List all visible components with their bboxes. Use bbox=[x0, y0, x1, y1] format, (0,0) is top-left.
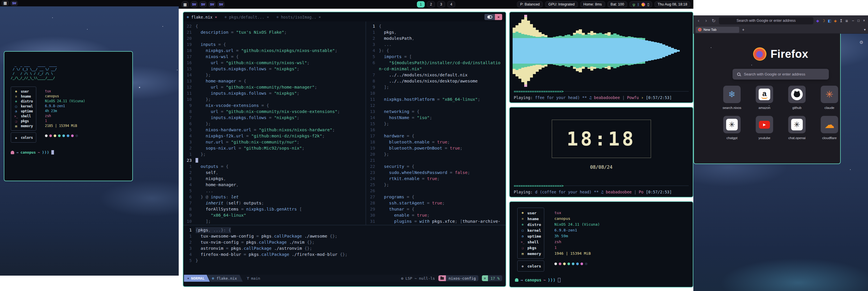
prompt-hostname: canopus bbox=[21, 150, 36, 154]
taskbar-window-button[interactable]: $W bbox=[199, 1, 207, 7]
editor-close-button[interactable]: × bbox=[495, 14, 502, 20]
code-line: 4 firefox-mod-blur = pkgs.callPackage ./… bbox=[183, 252, 505, 258]
firefox-tabstrip: New Tab + ▾ bbox=[693, 26, 841, 34]
fetch-label: colors bbox=[21, 136, 33, 140]
code-line: 1 outputs = { bbox=[183, 164, 365, 170]
shortcut-label: chat.openai bbox=[788, 136, 805, 140]
code-line: 16 bbox=[367, 127, 505, 133]
metamask-icon[interactable]: ◈ bbox=[834, 19, 837, 23]
shell-prompt[interactable]: →canopus~))) bbox=[11, 150, 126, 154]
tab-close-icon[interactable]: × bbox=[215, 15, 217, 19]
shell-icon: >_ bbox=[521, 240, 525, 244]
main-monitor: ▦ $W$W$W$W 1234 P: BalancedGPU: Integrat… bbox=[179, 0, 693, 291]
forward-icon[interactable]: › bbox=[704, 18, 708, 23]
fetch-row: ▤memory bbox=[14, 123, 33, 128]
shortcut-youtube[interactable]: ▶youtube bbox=[751, 116, 778, 140]
bluetooth-icon[interactable]: ᛒ bbox=[637, 2, 640, 7]
status-module[interactable]: P: Balanced bbox=[517, 1, 543, 7]
workspace-4[interactable]: 4 bbox=[447, 1, 455, 7]
pkgs-icon: ❑ bbox=[14, 119, 18, 123]
code-line: 26 bbox=[367, 188, 505, 194]
shortcut-github[interactable]: github bbox=[783, 86, 810, 110]
gear-icon: ⚙ bbox=[401, 276, 404, 281]
system-info: ☻user≡hname❄distro▢kernel◔uptime>_shell❑… bbox=[517, 208, 544, 271]
code-line: 1 }; bbox=[183, 151, 365, 157]
back-icon[interactable]: ‹ bbox=[696, 18, 701, 23]
shortcut-chat-openai[interactable]: ✳chat.openai bbox=[783, 116, 810, 140]
new-tab-button[interactable]: + bbox=[742, 27, 744, 32]
code-pane-iso[interactable]: 1{1 pkgs,2 modulesPath,3 ...4}: {5 impor… bbox=[367, 22, 505, 225]
firefox-window[interactable]: ‹ › ↻ Search with Google or enter addres… bbox=[693, 16, 841, 164]
workspace-3[interactable]: 3 bbox=[437, 1, 445, 7]
status-module[interactable]: Bat: 100 bbox=[608, 1, 627, 7]
cava-visualizer-window[interactable]: =====================> Playing: ffee for… bbox=[509, 11, 693, 103]
fetch-label: memory bbox=[21, 124, 33, 128]
close-icon: × bbox=[498, 15, 500, 19]
shortcut-amazon[interactable]: aamazon bbox=[751, 86, 778, 110]
phone-icon[interactable]: ▯ bbox=[647, 2, 649, 6]
color-profile-icon[interactable] bbox=[642, 3, 645, 6]
tab-new-tab[interactable]: New Tab bbox=[696, 27, 739, 33]
buffer-tab-hosts-isoImag-[interactable]: ❄hosts/isoImag..× bbox=[276, 15, 321, 20]
lsp-label: LSP ~ null-ls bbox=[405, 276, 435, 281]
taskbar-window-button[interactable]: $W bbox=[218, 1, 224, 7]
neovim-window[interactable]: ❄flake.nix×❄pkgs/default...×❄hosts/isoIm… bbox=[183, 11, 506, 287]
extension-icon[interactable]: ◧ bbox=[828, 19, 831, 23]
tab-label: pkgs/default... bbox=[229, 15, 264, 20]
code-line: 20 bbox=[183, 35, 365, 41]
code-line: 10 bbox=[367, 90, 505, 96]
left-fetch-terminal[interactable]: _ _ ___ ____ ____ / \/ (_) \__/ __ \/ __… bbox=[4, 51, 133, 181]
code-line: 4 nixpkgs-f2k.url = "github:moni-dz/nixp… bbox=[183, 133, 365, 139]
code-line: 10 ]; bbox=[183, 219, 365, 225]
shortcut-search-nixos[interactable]: ❄search.nixos bbox=[719, 86, 745, 110]
search-icon bbox=[737, 72, 740, 76]
share-icon[interactable]: ↥ bbox=[840, 18, 841, 23]
taskbar-window-button[interactable]: $W bbox=[11, 1, 18, 6]
extension-icon[interactable]: ☽ bbox=[822, 19, 825, 23]
firefox-favicon bbox=[698, 28, 702, 31]
clock-terminal-window[interactable]: 18:18 08/08/24 =====================> Pl… bbox=[509, 107, 693, 198]
shortcut-claude[interactable]: ✳claude bbox=[816, 86, 841, 110]
newtab-search-bar[interactable]: Search with Google or enter address bbox=[733, 69, 829, 80]
extension-icon[interactable]: ◆ bbox=[816, 19, 819, 23]
buffer-tab-flake-nix[interactable]: ❄flake.nix× bbox=[187, 15, 217, 20]
code-pane-pkgs[interactable]: 1{pkgs, ...}: {1 tux-awesome-wm-config =… bbox=[183, 227, 505, 265]
apps-launcher-button[interactable]: ▦ bbox=[182, 1, 189, 7]
network-icon[interactable]: ψ bbox=[632, 2, 635, 7]
workspace-2[interactable]: 2 bbox=[427, 1, 435, 7]
reload-icon[interactable]: ↻ bbox=[711, 18, 716, 24]
tab-close-icon[interactable]: × bbox=[267, 15, 269, 19]
workspace-1[interactable]: 1 bbox=[417, 1, 425, 7]
vertical-split[interactable] bbox=[366, 22, 366, 225]
toggle-dot-icon bbox=[487, 16, 492, 19]
status-module[interactable]: Thu Aug 08, 18:18 bbox=[654, 1, 690, 7]
taskbar-window-button[interactable]: $W bbox=[209, 1, 216, 7]
code-line: 21 bbox=[367, 157, 505, 164]
status-modules: P: BalancedGPU: IntegratedHome: 8msBat: … bbox=[517, 1, 690, 7]
status-module[interactable]: GPU: Integrated bbox=[545, 1, 578, 7]
fetch-label: user bbox=[21, 89, 29, 93]
code-line: 2 tux-nvim-config = pkgs.callPackage ./n… bbox=[183, 239, 505, 245]
terminal-cursor bbox=[558, 278, 560, 282]
horizontal-split[interactable] bbox=[183, 225, 506, 225]
shell-prompt[interactable]: →canopus~))) bbox=[515, 278, 560, 282]
distro-icon: ❄ bbox=[521, 223, 525, 226]
uptime-icon: ◔ bbox=[14, 110, 18, 113]
editor-toggle-button[interactable] bbox=[485, 14, 495, 20]
code-pane-flake[interactable]: 22{21 description = "tux's NixOS Flake";… bbox=[183, 22, 365, 225]
status-module[interactable]: Home: 8ms bbox=[580, 1, 605, 7]
taskbar-window-button[interactable]: $W bbox=[191, 1, 197, 7]
fetch-row: ❄distro bbox=[14, 99, 33, 104]
shortcut-chatgpt[interactable]: ✳chatgpt bbox=[719, 116, 745, 140]
apps-launcher-button[interactable]: ▦ bbox=[2, 1, 9, 5]
tab-close-icon[interactable]: × bbox=[318, 15, 321, 19]
fetch-label: pkgs bbox=[21, 119, 29, 123]
audio-waveform bbox=[513, 14, 690, 87]
fetch-label: uptime bbox=[21, 109, 33, 113]
code-line: 12 bbox=[367, 103, 505, 109]
shortcut-cloudflare[interactable]: ☁cloudflare bbox=[816, 116, 841, 140]
buffer-tab-pkgs-default-[interactable]: ❄pkgs/default...× bbox=[224, 15, 269, 20]
fetch-terminal-window[interactable]: ☻user≡hname❄distro▢kernel◔uptime>_shell❑… bbox=[509, 201, 693, 288]
right-monitor: P: BalancedGPU: IntegratedHome: 6msBat: … bbox=[693, 16, 868, 291]
url-bar[interactable]: Search with Google or enter address bbox=[719, 17, 813, 24]
